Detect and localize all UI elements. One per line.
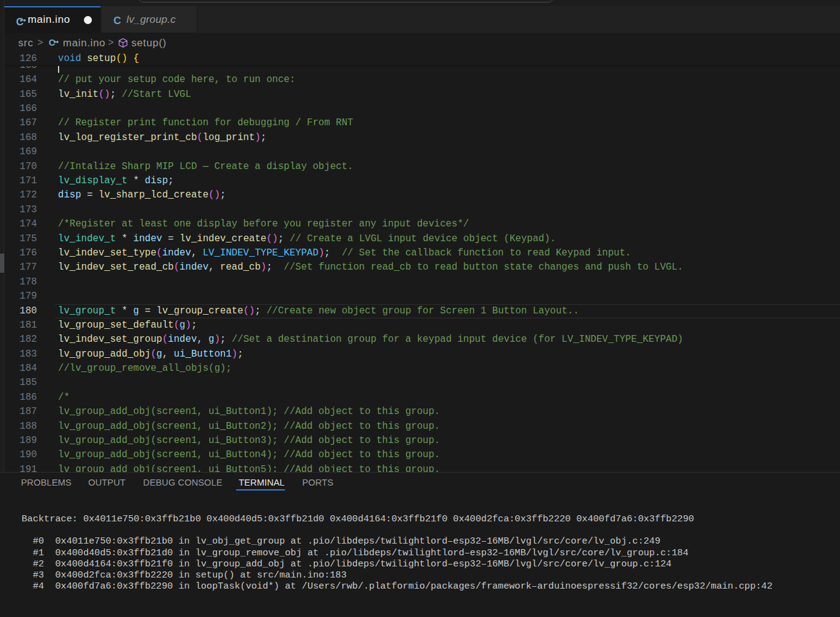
- svg-text:C: C: [113, 15, 121, 26]
- svg-text:C: C: [16, 16, 23, 27]
